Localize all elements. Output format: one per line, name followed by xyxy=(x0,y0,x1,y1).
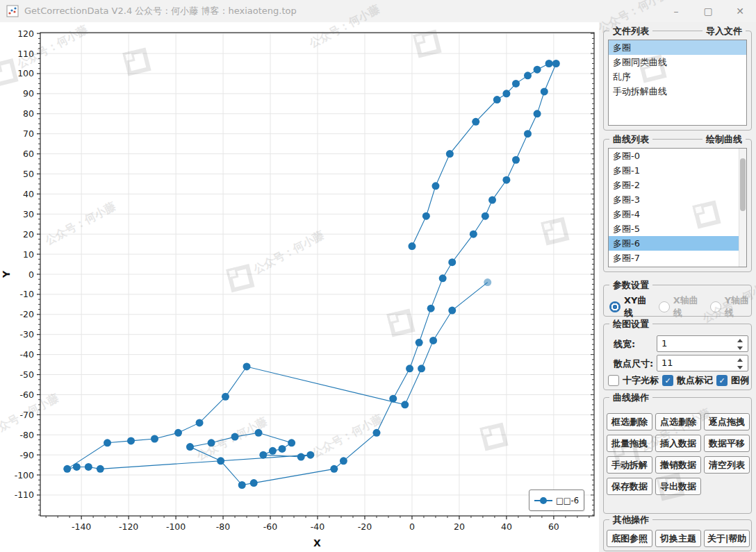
other-op-button-2[interactable]: 关于|帮助 xyxy=(704,530,750,547)
svg-text:X: X xyxy=(313,537,321,549)
curve-op-button-5[interactable]: 数据平移 xyxy=(704,435,750,452)
curve-op-button-0[interactable]: 框选删除 xyxy=(607,413,652,430)
curve-list-item[interactable]: 多圈-5 xyxy=(609,221,746,236)
svg-text:-50: -50 xyxy=(20,369,34,380)
curve-list-item[interactable]: 多圈-3 xyxy=(609,192,746,207)
svg-text:-110: -110 xyxy=(15,490,34,500)
other-ops-title: 其他操作 xyxy=(609,514,652,526)
other-op-button-0[interactable]: 底图参照 xyxy=(607,530,652,547)
radio-label: X轴曲线 xyxy=(673,294,700,319)
svg-text:90: 90 xyxy=(23,88,34,99)
curve-op-button-4[interactable]: 插入数据 xyxy=(655,435,701,452)
svg-text:-140: -140 xyxy=(72,521,91,532)
draw-curve-link[interactable]: 绘制曲线 xyxy=(702,133,746,145)
file-list-item[interactable]: 多圈同类曲线 xyxy=(609,55,746,69)
spin-down-icon[interactable] xyxy=(737,366,743,369)
spin-up-icon[interactable] xyxy=(737,358,743,362)
curve-op-button-9[interactable]: 保存数据 xyxy=(607,478,652,495)
checkbox-crosshair[interactable]: 十字光标 xyxy=(608,374,659,387)
file-list-group: 文件列表 导入文件 多圈多圈同类曲线乱序手动拆解曲线 xyxy=(603,31,752,131)
svg-text:-20: -20 xyxy=(20,309,34,319)
curve-ops-group: 曲线操作 框选删除点选删除逐点拖拽批量拖拽插入数据数据平移手动拆解撤销数据清空列… xyxy=(603,397,752,514)
svg-text:40: 40 xyxy=(501,521,512,532)
marker-size-value: 11 xyxy=(662,358,673,368)
curve-list-item[interactable]: 多圈-4 xyxy=(609,207,746,221)
svg-text:-60: -60 xyxy=(20,390,34,400)
radio-label: Y轴曲线 xyxy=(725,294,751,319)
plot-settings-group: 绘图设置 线宽: 1 散点尺寸: 11 十字光标✓散点标记✓图例 xyxy=(603,324,752,390)
checkbox-legend[interactable]: ✓图例 xyxy=(716,374,749,387)
import-file-link[interactable]: 导入文件 xyxy=(702,25,746,37)
svg-text:0: 0 xyxy=(28,269,34,280)
svg-text:60: 60 xyxy=(23,149,34,159)
curve-op-button-7[interactable]: 撤销数据 xyxy=(655,456,701,474)
svg-text:-10: -10 xyxy=(20,289,34,299)
legend-label: □□-6 xyxy=(556,496,579,505)
param-settings-group: 参数设置 XY曲线X轴曲线Y轴曲线 xyxy=(603,285,752,317)
spin-up-icon[interactable] xyxy=(737,339,743,342)
line-width-value: 1 xyxy=(662,338,667,349)
svg-text:-100: -100 xyxy=(166,521,186,532)
window-title: GetCorrectionData V2.4 公众号：何小藤 博客：hexiao… xyxy=(24,5,297,17)
curve-op-button-3[interactable]: 批量拖拽 xyxy=(607,435,652,452)
svg-text:40: 40 xyxy=(23,189,34,199)
curve-op-button-8[interactable]: 清空列表 xyxy=(704,456,750,474)
svg-text:-30: -30 xyxy=(20,329,34,340)
curve-list-scrollbar[interactable] xyxy=(739,149,746,267)
file-list-item[interactable]: 手动拆解曲线 xyxy=(609,84,746,99)
svg-text:-80: -80 xyxy=(216,521,230,532)
checkbox-label: 散点标记 xyxy=(677,374,713,387)
file-list-item[interactable]: 乱序 xyxy=(609,69,746,84)
svg-text:-60: -60 xyxy=(263,521,277,532)
chart-area[interactable]: -140-120-100-80-60-40-200204060-110-100-… xyxy=(0,22,599,552)
close-button[interactable]: ✕ xyxy=(724,0,756,22)
app-icon xyxy=(6,5,19,17)
curve-list-item[interactable]: 多圈-1 xyxy=(609,163,746,178)
other-ops-group: 其他操作 底图参照切换主题关于|帮助 xyxy=(603,519,752,551)
curve-op-button-2[interactable]: 逐点拖拽 xyxy=(704,413,750,430)
plot-canvas[interactable]: -140-120-100-80-60-40-200204060-110-100-… xyxy=(0,22,599,552)
checkbox-label: 十字光标 xyxy=(623,374,659,387)
svg-text:Y: Y xyxy=(1,270,12,278)
svg-text:-120: -120 xyxy=(119,521,138,532)
svg-text:120: 120 xyxy=(17,28,34,39)
svg-text:110: 110 xyxy=(17,49,34,59)
svg-text:-20: -20 xyxy=(358,521,372,532)
svg-text:80: 80 xyxy=(23,108,34,119)
svg-text:60: 60 xyxy=(548,521,559,532)
curve-list-group: 曲线列表 绘制曲线 多圈-0多圈-1多圈-2多圈-3多圈-4多圈-5多圈-6多圈… xyxy=(603,139,752,272)
maximize-button[interactable]: ▢ xyxy=(692,0,724,22)
radio-x-axis-curve: X轴曲线 xyxy=(659,294,700,319)
line-width-spinner[interactable]: 1 xyxy=(657,335,748,352)
unchecked-box-icon xyxy=(608,375,619,386)
curve-list-group-title: 曲线列表 xyxy=(609,133,652,145)
radio-dot-icon xyxy=(710,301,721,312)
right-panel: 文件列表 导入文件 多圈多圈同类曲线乱序手动拆解曲线 曲线列表 绘制曲线 多圈-… xyxy=(602,22,756,552)
curve-op-button-6[interactable]: 手动拆解 xyxy=(607,456,652,474)
checkbox-label: 图例 xyxy=(731,374,749,387)
curve-list-item[interactable]: 多圈-6 xyxy=(609,236,746,251)
checked-box-icon: ✓ xyxy=(662,375,673,386)
curve-op-button-1[interactable]: 点选删除 xyxy=(655,413,701,430)
minimize-button[interactable]: – xyxy=(660,0,692,22)
curve-list-item[interactable]: 多圈-7 xyxy=(609,251,746,265)
marker-size-spin-buttons[interactable] xyxy=(737,358,743,370)
radio-xy-curve[interactable]: XY曲线 xyxy=(609,294,649,319)
chart-legend: □□-6 xyxy=(529,490,584,511)
file-list-item[interactable]: 多圈 xyxy=(609,40,746,55)
svg-text:-100: -100 xyxy=(15,470,34,480)
checkbox-scatter-marks[interactable]: ✓散点标记 xyxy=(662,374,713,387)
curve-list-item[interactable]: 多圈-8 xyxy=(609,265,746,267)
curve-list-item[interactable]: 多圈-0 xyxy=(609,149,746,163)
svg-text:50: 50 xyxy=(23,169,34,179)
file-list-group-title: 文件列表 xyxy=(609,25,652,37)
curve-type-radios: XY曲线X轴曲线Y轴曲线 xyxy=(604,294,751,319)
curve-list-item[interactable]: 多圈-2 xyxy=(609,178,746,192)
curve-op-button-10[interactable]: 导出数据 xyxy=(655,478,701,495)
marker-size-spinner[interactable]: 11 xyxy=(657,355,748,371)
line-width-spin-buttons[interactable] xyxy=(737,338,743,351)
curve-list-scroll-thumb[interactable] xyxy=(740,158,746,211)
other-op-button-1[interactable]: 切换主题 xyxy=(655,530,701,547)
plot-settings-title: 绘图设置 xyxy=(609,318,652,330)
spin-down-icon[interactable] xyxy=(737,346,743,350)
